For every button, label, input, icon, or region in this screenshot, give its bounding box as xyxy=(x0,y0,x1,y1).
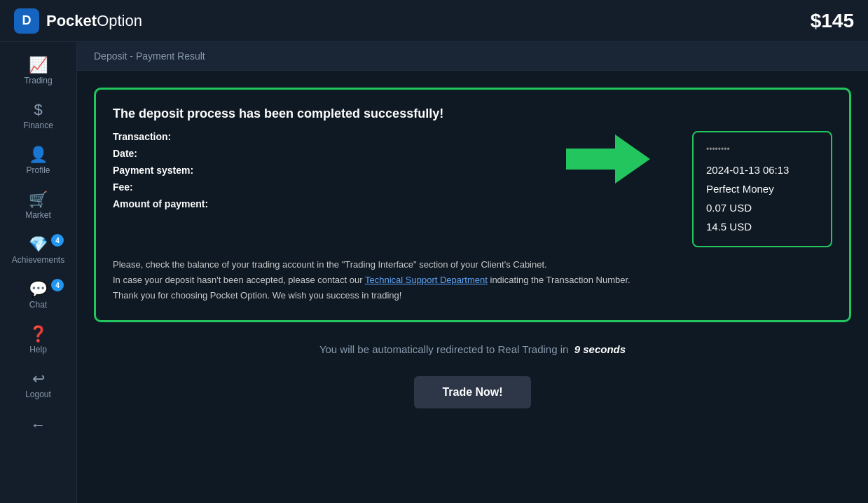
date-label: Date: xyxy=(113,148,225,159)
transaction-row: Transaction: xyxy=(113,131,524,142)
sidebar-item-chat[interactable]: 💬 4 Chat xyxy=(0,273,76,318)
sidebar-item-label-market: Market xyxy=(25,210,51,220)
transaction-details: Transaction: Date: Payment system: Fee: xyxy=(113,131,832,247)
arrow-area xyxy=(552,131,664,187)
sidebar-item-label-profile: Profile xyxy=(26,165,50,175)
footer-line4: Thank you for choosing Pocket Option. We… xyxy=(113,288,832,303)
market-icon: 🛒 xyxy=(29,192,48,207)
transaction-card: •••••••• 2024-01-13 06:13 Perfect Money … xyxy=(692,131,832,247)
logout-icon: ↩ xyxy=(32,371,45,387)
sidebar-item-label-chat: Chat xyxy=(29,300,47,310)
card-amount: 14.5 USD xyxy=(706,217,818,236)
card-blurred: •••••••• xyxy=(706,142,818,158)
sidebar-item-label-achievements: Achievements xyxy=(12,255,64,265)
chat-icon: 💬 xyxy=(29,282,48,297)
support-link[interactable]: Technical Support Department xyxy=(365,275,488,285)
sidebar-item-trading[interactable]: 📈 Trading xyxy=(0,49,76,94)
fee-label: Fee: xyxy=(113,181,225,193)
sidebar-item-label-finance: Finance xyxy=(23,120,53,130)
success-title: The deposit process has been completed s… xyxy=(113,106,832,121)
card-fee: 0.07 USD xyxy=(706,198,818,217)
redirect-text: You will be automatically redirected to … xyxy=(94,343,851,355)
help-icon: ❓ xyxy=(29,326,48,342)
green-arrow-svg xyxy=(566,131,650,187)
chat-badge: 4 xyxy=(51,279,64,291)
sidebar-item-finance[interactable]: $ Finance xyxy=(0,94,76,139)
transaction-label: Transaction: xyxy=(113,131,225,142)
sidebar-item-profile[interactable]: 👤 Profile xyxy=(0,139,76,184)
main-layout: 📈 Trading $ Finance 👤 Profile 🛒 Market 💎… xyxy=(0,42,868,503)
sidebar-item-help[interactable]: ❓ Help xyxy=(0,318,76,363)
footer-line2: In case your deposit hasn't been accepte… xyxy=(113,273,832,288)
breadcrumb: Deposit - Payment Result xyxy=(77,42,868,71)
trade-now-button[interactable]: Trade Now! xyxy=(414,376,530,408)
profile-icon: 👤 xyxy=(29,147,48,163)
payment-system-row: Payment system: xyxy=(113,165,524,176)
sidebar-item-logout[interactable]: ↩ Logout xyxy=(0,363,76,408)
content-area: Deposit - Payment Result The deposit pro… xyxy=(77,42,868,503)
sidebar: 📈 Trading $ Finance 👤 Profile 🛒 Market 💎… xyxy=(0,42,77,503)
footer-line1: Please, check the balance of your tradin… xyxy=(113,257,832,273)
amount-row: Amount of payment: xyxy=(113,198,524,209)
logo-text: PocketOption xyxy=(46,12,142,30)
achievements-icon: 💎 xyxy=(29,237,48,252)
logo-icon: D xyxy=(14,8,39,34)
logo-area: D PocketOption xyxy=(14,8,142,34)
sidebar-back-button[interactable]: ← xyxy=(0,408,76,443)
topbar: D PocketOption $145 xyxy=(0,0,868,42)
fee-row: Fee: xyxy=(113,181,524,193)
content-body: The deposit process has been completed s… xyxy=(77,71,868,503)
card-date: 2024-01-13 06:13 xyxy=(706,160,818,179)
svg-marker-0 xyxy=(566,135,650,184)
back-arrow-icon: ← xyxy=(31,416,46,434)
sidebar-item-label-help: Help xyxy=(29,345,47,354)
balance-display: $145 xyxy=(811,10,854,32)
sidebar-item-label-logout: Logout xyxy=(25,390,51,399)
sidebar-item-achievements[interactable]: 💎 4 Achievements xyxy=(0,228,76,273)
achievements-badge: 4 xyxy=(51,234,64,247)
card-payment: Perfect Money xyxy=(706,179,818,198)
sidebar-item-label-trading: Trading xyxy=(24,76,52,85)
finance-icon: $ xyxy=(34,102,42,118)
sidebar-item-market[interactable]: 🛒 Market xyxy=(0,184,76,228)
transaction-left: Transaction: Date: Payment system: Fee: xyxy=(113,131,524,215)
amount-label: Amount of payment: xyxy=(113,198,225,209)
success-footer: Please, check the balance of your tradin… xyxy=(113,257,832,303)
payment-system-label: Payment system: xyxy=(113,165,225,176)
date-row: Date: xyxy=(113,148,524,159)
trading-icon: 📈 xyxy=(29,57,48,73)
success-box: The deposit process has been completed s… xyxy=(94,88,851,322)
